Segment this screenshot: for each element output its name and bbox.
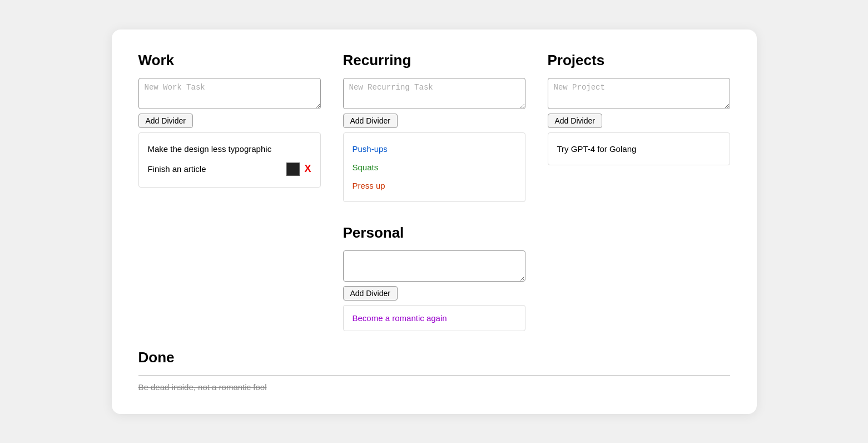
- work-task-2-actions: X: [286, 163, 311, 176]
- table-row: Press up: [353, 176, 516, 195]
- projects-title: Projects: [548, 52, 730, 69]
- personal-task-list: Become a romantic again: [343, 305, 525, 331]
- table-row: Try GPT-4 for Golang: [557, 140, 721, 158]
- work-task-2-text: Finish an article: [148, 164, 287, 174]
- delete-button[interactable]: X: [304, 163, 311, 175]
- work-add-divider-button[interactable]: Add Divider: [138, 114, 193, 128]
- done-task-1-text: Be dead inside, not a romantic fool: [138, 382, 730, 392]
- table-row: Squats: [353, 158, 516, 176]
- recurring-column: Recurring Add Divider Push-ups Squats Pr…: [343, 52, 525, 202]
- work-input[interactable]: [138, 78, 321, 109]
- empty-right: [548, 224, 730, 331]
- personal-add-divider-button[interactable]: Add Divider: [343, 286, 398, 301]
- color-picker-icon[interactable]: [286, 163, 300, 176]
- personal-column: Personal Add Divider Become a romantic a…: [343, 224, 525, 331]
- projects-task-1-text: Try GPT-4 for Golang: [557, 144, 721, 154]
- personal-task-1-text: Become a romantic again: [353, 313, 516, 323]
- done-section: Done Be dead inside, not a romantic fool: [138, 349, 730, 392]
- personal-title: Personal: [343, 224, 525, 242]
- projects-input[interactable]: [548, 78, 730, 109]
- projects-task-list: Try GPT-4 for Golang: [548, 132, 730, 165]
- table-row: Finish an article X: [148, 158, 311, 180]
- recurring-task-2-text: Squats: [353, 163, 516, 172]
- recurring-title: Recurring: [343, 52, 525, 69]
- recurring-task-1-text: Push-ups: [353, 144, 516, 154]
- work-task-list: Make the design less typographic Finish …: [138, 132, 321, 188]
- empty-left: [138, 224, 321, 331]
- table-row: Push-ups: [353, 140, 516, 158]
- personal-row: Personal Add Divider Become a romantic a…: [138, 224, 730, 331]
- done-divider: [138, 375, 730, 376]
- projects-add-divider-button[interactable]: Add Divider: [548, 114, 602, 128]
- recurring-task-list: Push-ups Squats Press up: [343, 132, 525, 202]
- table-row: Make the design less typographic: [148, 140, 311, 158]
- main-card: Work Add Divider Make the design less ty…: [112, 29, 757, 414]
- work-title: Work: [138, 52, 321, 69]
- projects-column: Projects Add Divider Try GPT-4 for Golan…: [548, 52, 730, 202]
- done-title: Done: [138, 349, 730, 366]
- recurring-input[interactable]: [343, 78, 525, 109]
- recurring-add-divider-button[interactable]: Add Divider: [343, 114, 398, 128]
- top-columns: Work Add Divider Make the design less ty…: [138, 52, 730, 202]
- table-row: Become a romantic again: [353, 313, 516, 323]
- work-column: Work Add Divider Make the design less ty…: [138, 52, 321, 202]
- recurring-task-3-text: Press up: [353, 181, 516, 190]
- personal-input[interactable]: [343, 250, 525, 282]
- work-task-1-text: Make the design less typographic: [148, 144, 311, 154]
